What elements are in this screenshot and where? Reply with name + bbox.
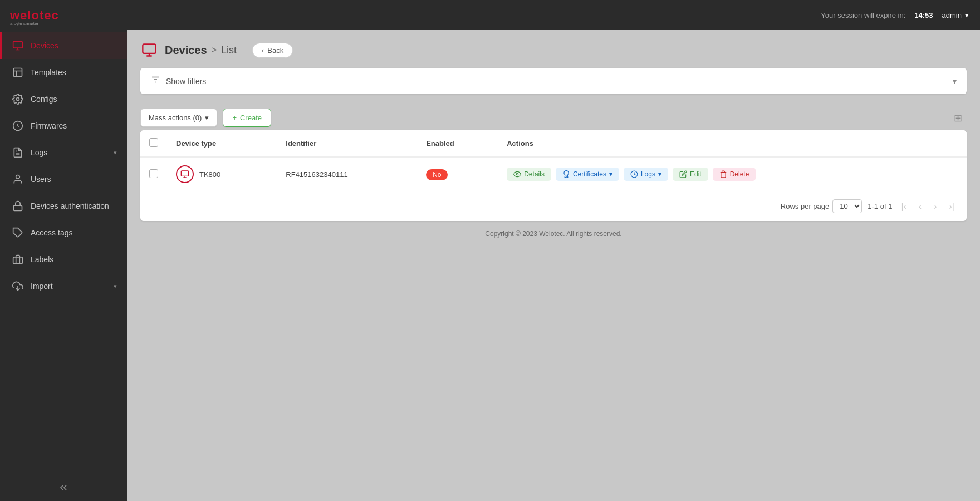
eye-icon: [513, 170, 521, 178]
breadcrumb-sub: List: [221, 45, 237, 56]
sidebar-item-devices-auth[interactable]: Devices authentication: [0, 193, 127, 219]
svg-rect-3: [14, 68, 22, 77]
logs-arrow-icon: ▾: [114, 149, 117, 156]
svg-text:welotec: welotec: [9, 8, 59, 22]
table-header: Device type Identifier Enabled Actions: [140, 130, 967, 157]
certs-chevron-icon: ▾: [609, 170, 612, 178]
sidebar-item-users[interactable]: Users: [0, 166, 127, 193]
table-body: TK800 RF4151632340111 No: [140, 157, 967, 191]
rows-per-page-control: Rows per page 10 25 50: [781, 199, 862, 213]
action-buttons: Details Certificates ▾ Logs: [507, 168, 958, 181]
edit-button[interactable]: Edit: [673, 168, 708, 181]
col-enabled: Enabled: [417, 130, 498, 157]
edit-icon: [679, 170, 687, 178]
sidebar-item-access-tags[interactable]: Access tags: [0, 219, 127, 246]
certificates-button[interactable]: Certificates ▾: [556, 168, 619, 181]
admin-chevron-icon: ▾: [965, 11, 969, 19]
back-button[interactable]: ‹ Back: [252, 43, 293, 58]
logs-chevron-icon: ▾: [658, 170, 661, 178]
main-area: Your session will expire in: 14:53 admin…: [127, 0, 980, 501]
details-button[interactable]: Details: [507, 168, 551, 181]
delete-button[interactable]: Delete: [713, 168, 756, 181]
page-header: Devices > List ‹ Back: [140, 41, 967, 59]
svg-point-8: [16, 175, 20, 179]
sidebar-item-configs[interactable]: Configs: [0, 86, 127, 112]
sidebar-item-devices[interactable]: Devices: [0, 32, 127, 59]
session-time: 14:53: [914, 11, 933, 19]
import-icon: [12, 280, 24, 292]
session-label: Your session will expire in:: [821, 11, 905, 19]
copyright: Copyright © 2023 Welotec. All rights res…: [140, 221, 967, 247]
svg-rect-9: [14, 205, 22, 210]
sidebar-item-firmwares-label: Firmwares: [31, 121, 117, 130]
toolbar-left: Mass actions (0) ▾ + Create: [140, 109, 271, 127]
col-device-type: Device type: [167, 130, 277, 157]
show-filters-label: Show filters: [166, 77, 206, 86]
last-page-button[interactable]: ›|: [946, 200, 958, 213]
identifier-value: RF4151632340111: [286, 170, 347, 179]
users-icon: [12, 173, 24, 185]
sidebar-nav: Devices Templates Configs Firmwares: [0, 30, 127, 474]
enabled-cell: No: [417, 157, 498, 191]
back-chevron-icon: ‹: [262, 46, 264, 55]
device-type-icon: [176, 165, 194, 183]
admin-label: admin: [942, 11, 962, 19]
svg-point-18: [516, 173, 518, 175]
logo-area: welotec a byte smarter: [0, 0, 127, 30]
select-all-header: [140, 130, 167, 157]
sidebar-item-templates[interactable]: Templates: [0, 59, 127, 86]
page-title: Devices: [165, 44, 207, 57]
certificate-icon: [562, 170, 570, 178]
table-row: TK800 RF4151632340111 No: [140, 157, 967, 191]
devices-icon: [12, 40, 24, 52]
mass-actions-chevron-icon: ▾: [205, 114, 209, 122]
firmwares-icon: [12, 120, 24, 132]
collapse-icon: [58, 482, 69, 493]
table-header-row: Device type Identifier Enabled Actions: [140, 130, 967, 157]
edit-label: Edit: [690, 170, 702, 178]
device-type-value: TK800: [176, 165, 268, 183]
certificates-label: Certificates: [573, 170, 606, 178]
content-area: Devices > List ‹ Back Show filters ▾: [127, 30, 980, 501]
filter-bar[interactable]: Show filters ▾: [140, 68, 967, 94]
devices-table: Device type Identifier Enabled Actions: [140, 130, 967, 221]
admin-dropdown-btn[interactable]: admin ▾: [942, 11, 969, 19]
first-page-button[interactable]: |‹: [898, 200, 909, 213]
filter-icon: [150, 75, 160, 87]
clock-icon: [630, 170, 638, 178]
select-all-checkbox[interactable]: [149, 138, 158, 147]
grid-icon: ⊞: [954, 112, 962, 124]
sidebar-item-devices-label: Devices: [31, 41, 117, 50]
import-arrow-icon: ▾: [114, 283, 117, 290]
rows-per-page-label: Rows per page: [781, 202, 829, 210]
sidebar-item-firmwares[interactable]: Firmwares: [0, 112, 127, 139]
sidebar-collapse-btn[interactable]: [0, 474, 127, 501]
sidebar-item-import-label: Import: [31, 282, 107, 291]
sidebar-item-users-label: Users: [31, 175, 117, 184]
templates-icon: [12, 66, 24, 78]
mass-actions-button[interactable]: Mass actions (0) ▾: [140, 109, 217, 127]
logs-row-button[interactable]: Logs ▾: [624, 168, 668, 181]
labels-icon: [12, 253, 24, 266]
sidebar-item-labels[interactable]: Labels: [0, 246, 127, 273]
sidebar-item-import[interactable]: Import ▾: [0, 273, 127, 299]
filter-collapse-icon: ▾: [953, 77, 957, 86]
svg-rect-13: [143, 45, 155, 53]
grid-view-button[interactable]: ⊞: [949, 110, 967, 126]
logs-icon: [12, 146, 24, 159]
sidebar-item-devices-auth-label: Devices authentication: [31, 202, 117, 210]
svg-rect-17: [181, 171, 188, 176]
prev-page-button[interactable]: ‹: [915, 200, 925, 213]
sidebar-item-access-tags-label: Access tags: [31, 228, 117, 237]
show-filters-btn[interactable]: Show filters: [150, 75, 206, 87]
next-page-button[interactable]: ›: [930, 200, 940, 213]
access-tags-icon: [12, 227, 24, 239]
device-type-name: TK800: [199, 170, 220, 179]
svg-point-4: [17, 98, 19, 101]
sidebar-item-logs[interactable]: Logs ▾: [0, 139, 127, 166]
breadcrumb: Devices > List: [165, 44, 237, 57]
create-button[interactable]: + Create: [223, 109, 271, 127]
rows-per-page-select[interactable]: 10 25 50: [832, 199, 862, 213]
row-checkbox[interactable]: [149, 169, 158, 178]
details-label: Details: [524, 170, 545, 178]
